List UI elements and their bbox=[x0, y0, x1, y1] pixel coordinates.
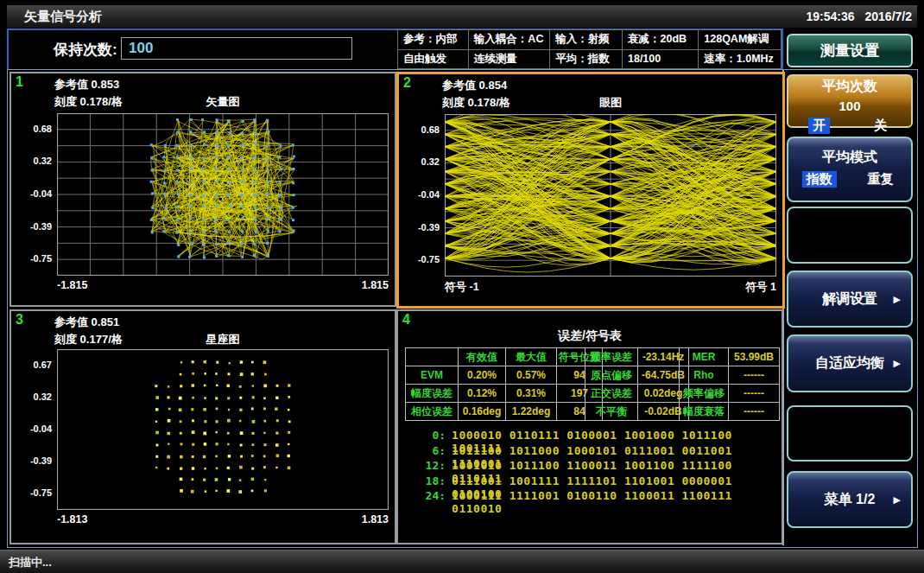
y-tick: -0.39 bbox=[399, 222, 440, 232]
param-rate: 速率：1.0MHz bbox=[699, 49, 782, 69]
param-avg-count: 18/100 bbox=[622, 49, 698, 69]
cell: 有效值 bbox=[459, 348, 506, 366]
param-average: 平均：指数 bbox=[550, 49, 623, 69]
demod-settings-button[interactable]: 解调设置 ▶ bbox=[787, 271, 913, 328]
panel-eye[interactable]: 2 参考值 0.854 刻度 0.178/格 眼图 0.68 0.32 -0.0… bbox=[396, 72, 785, 309]
cell bbox=[406, 348, 459, 366]
param-sweep: 连续测量 bbox=[468, 49, 549, 69]
vector-signal-analyzer-screen: 矢量信号分析 19:54:362016/7/2 保持次数: 参考：内部 输入耦合… bbox=[0, 0, 924, 573]
cell: 相位误差 bbox=[406, 403, 459, 421]
button-label: 平均次数 bbox=[788, 78, 911, 96]
y-tick: 0.32 bbox=[399, 156, 440, 167]
symbol-index: 6: bbox=[414, 444, 446, 460]
freq-error-table: 频率误差 -23.14Hz 原点偏移 -64.75dB 正交误差 0.02deg… bbox=[585, 347, 689, 421]
y-tick: -0.04 bbox=[399, 189, 440, 200]
symbol-index: 18: bbox=[414, 474, 446, 490]
y-tick: 0.32 bbox=[11, 392, 52, 402]
average-count-button[interactable]: 平均次数 100 开 关 bbox=[787, 74, 913, 128]
plot-title: 星座图 bbox=[57, 332, 389, 347]
option-exponential[interactable]: 指数 bbox=[802, 171, 837, 188]
button-label: 解调设置 bbox=[822, 290, 877, 309]
param-coupling: 输入耦合：AC bbox=[468, 30, 549, 50]
symbol-index: 24: bbox=[414, 489, 446, 505]
header-strip: 保持次数: 参考：内部 输入耦合：AC 输入：射频 衰减：20dB 128QAM… bbox=[7, 29, 783, 72]
cell: ------ bbox=[729, 385, 780, 403]
panel-number: 2 bbox=[403, 75, 411, 91]
cell: 0.57% bbox=[506, 366, 557, 385]
y-tick: -0.75 bbox=[11, 253, 52, 264]
cell: 53.99dB bbox=[729, 348, 780, 366]
app-title: 矢量信号分析 bbox=[24, 9, 102, 25]
x-axis-labels: -1.813 1.813 bbox=[57, 513, 389, 525]
hold-count-label: 保持次数: bbox=[54, 40, 117, 60]
hold-count-input[interactable] bbox=[121, 37, 352, 60]
option-off[interactable]: 关 bbox=[870, 118, 891, 134]
button-label: 菜单 1/2 bbox=[825, 491, 876, 509]
x-axis-labels: 符号 -1 符号 1 bbox=[445, 280, 776, 295]
symbol-row: 12:1001010 1011100 1100011 1001100 11111… bbox=[414, 459, 782, 474]
average-count-value: 100 bbox=[788, 99, 911, 113]
mer-table: MER 53.99dB Rho ------ 频率偏移 ------ 幅度衰落 … bbox=[679, 347, 780, 421]
panel-number: 3 bbox=[16, 312, 23, 328]
average-mode-button[interactable]: 平均模式 指数 重复 bbox=[787, 137, 913, 202]
y-tick: -0.39 bbox=[11, 221, 52, 232]
reference-value: 参考值 0.853 bbox=[54, 77, 119, 92]
softkey-blank-2 bbox=[787, 405, 913, 462]
plot-title: 眼图 bbox=[445, 95, 776, 111]
x-axis-labels: -1.815 1.815 bbox=[57, 279, 389, 291]
symbol-bits: 1011100 1011000 1000101 0111001 0011001 … bbox=[452, 444, 782, 460]
x-min-label: -1.813 bbox=[57, 513, 87, 525]
symbol-left-label: 符号 -1 bbox=[445, 280, 479, 295]
cell: MER bbox=[680, 348, 729, 366]
option-repeat[interactable]: 重复 bbox=[864, 171, 898, 188]
button-label: 自适应均衡 bbox=[815, 354, 884, 372]
menu-page-button[interactable]: 菜单 1/2 ▶ bbox=[787, 471, 913, 528]
x-min-label: -1.815 bbox=[57, 279, 87, 291]
cell: 0.31% bbox=[506, 385, 557, 403]
panel-vector[interactable]: 1 参考值 0.853 刻度 0.178/格 矢量图 0.68 0.32 -0.… bbox=[9, 72, 396, 307]
option-on[interactable]: 开 bbox=[808, 118, 830, 134]
y-tick: 0.68 bbox=[399, 124, 440, 135]
panel-number: 1 bbox=[16, 74, 23, 90]
cell: 幅度衰落 bbox=[680, 403, 729, 421]
softkey-blank-1 bbox=[787, 207, 913, 264]
reference-value: 参考值 0.854 bbox=[442, 78, 507, 93]
symbol-row: 24:1000111 1111001 0100110 1100011 11001… bbox=[414, 489, 782, 505]
status-bar: 扫描中... bbox=[0, 550, 924, 573]
reference-value: 参考值 0.851 bbox=[54, 315, 119, 330]
cell: 频率偏移 bbox=[680, 385, 729, 403]
cell: 频率误差 bbox=[585, 348, 638, 366]
arrow-right-icon: ▶ bbox=[894, 294, 901, 305]
cell: 0.16deg bbox=[459, 403, 506, 421]
y-tick: -0.04 bbox=[11, 188, 52, 199]
symbol-bits: 1001010 1011100 1100011 1001100 1111100 … bbox=[452, 459, 782, 474]
measure-settings-button[interactable]: 测量设置 bbox=[787, 34, 913, 67]
cell: 最大值 bbox=[506, 348, 557, 366]
cell: ------ bbox=[729, 403, 780, 421]
symbol-row: 6:1011100 1011000 1000101 0111001 001100… bbox=[414, 444, 782, 460]
y-tick: -0.75 bbox=[11, 487, 52, 498]
eye-plot bbox=[445, 114, 776, 277]
param-trigger: 自由触发 bbox=[398, 49, 469, 69]
button-label: 平均模式 bbox=[788, 149, 911, 167]
symbol-row: 0:1000010 0110111 0100001 1001000 101110… bbox=[414, 429, 782, 444]
error-table-title: 误差/符号表 bbox=[398, 328, 782, 344]
constellation-plot bbox=[57, 349, 389, 510]
cell: Rho bbox=[680, 366, 729, 385]
symbol-right-label: 符号 1 bbox=[746, 280, 776, 295]
x-max-label: 1.813 bbox=[362, 513, 389, 525]
arrow-right-icon: ▶ bbox=[894, 358, 901, 369]
clock: 19:54:362016/7/2 bbox=[795, 10, 912, 23]
cell: 0.20% bbox=[459, 366, 506, 385]
cell: EVM bbox=[406, 366, 459, 385]
adaptive-equalizer-button[interactable]: 自适应均衡 ▶ bbox=[787, 334, 913, 392]
y-tick: 0.67 bbox=[11, 360, 52, 370]
cell: 正交误差 bbox=[585, 385, 638, 403]
date-text: 2016/7/2 bbox=[865, 10, 913, 23]
vector-plot bbox=[57, 113, 389, 276]
panel-constellation[interactable]: 3 参考值 0.851 刻度 0.177/格 星座图 0.67 0.32 -0.… bbox=[9, 309, 396, 544]
param-demod-type: 128QAM解调 bbox=[699, 30, 782, 50]
panel-error-symbol-table[interactable]: 4 误差/符号表 有效值 最大值 符号位置 EVM 0.20% 0.57% 94… bbox=[396, 309, 783, 544]
cell: 1.22deg bbox=[506, 403, 557, 421]
evm-table: 有效值 最大值 符号位置 EVM 0.20% 0.57% 94 幅度误差 0.1… bbox=[405, 347, 603, 421]
